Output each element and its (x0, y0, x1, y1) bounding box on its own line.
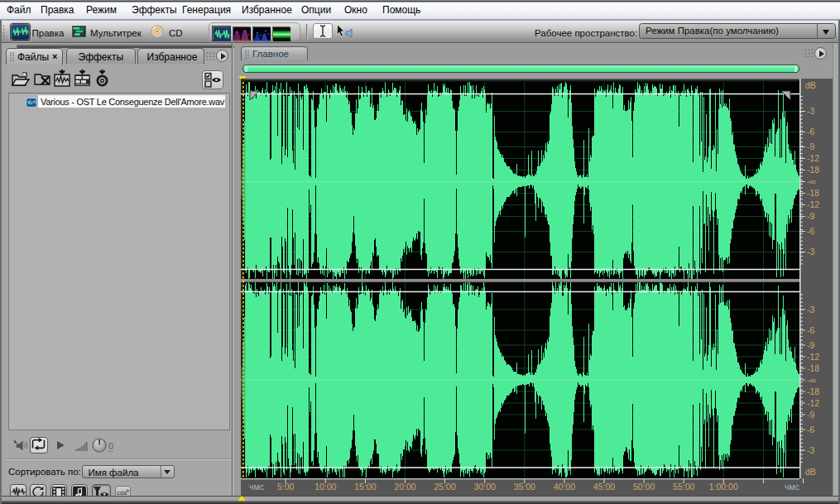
svg-text:-12: -12 (807, 352, 819, 362)
svg-text:-3: -3 (807, 305, 814, 314)
svg-text:20:00: 20:00 (394, 482, 415, 492)
svg-text:-6: -6 (807, 425, 814, 434)
svg-text:-9: -9 (807, 340, 814, 350)
svg-text:-∞: -∞ (807, 375, 816, 385)
svg-text:чмс: чмс (785, 482, 799, 492)
svg-text:dB: dB (805, 467, 816, 477)
svg-text:5:00: 5:00 (277, 482, 295, 492)
svg-text:55:00: 55:00 (673, 482, 694, 492)
svg-text:10:00: 10:00 (314, 482, 336, 492)
svg-text:-12: -12 (807, 199, 819, 209)
svg-text:-6: -6 (807, 226, 814, 236)
svg-text:-18: -18 (807, 386, 819, 396)
svg-text:-9: -9 (807, 410, 814, 420)
svg-text:-6: -6 (807, 325, 814, 335)
svg-text:-12: -12 (807, 398, 819, 408)
svg-text:40:00: 40:00 (554, 482, 575, 492)
svg-text:-9: -9 (807, 142, 814, 151)
svg-text:-3: -3 (807, 445, 814, 455)
svg-text:15:00: 15:00 (354, 482, 376, 492)
svg-text:50:00: 50:00 (633, 482, 655, 492)
svg-text:-18: -18 (807, 165, 819, 175)
svg-text:30:00: 30:00 (474, 482, 496, 492)
svg-text:-18: -18 (807, 188, 819, 198)
svg-text:45:00: 45:00 (593, 482, 615, 492)
svg-text:-18: -18 (807, 363, 819, 373)
svg-text:чмс: чмс (249, 482, 264, 492)
svg-text:-6: -6 (807, 127, 814, 137)
svg-text:-3: -3 (807, 106, 814, 116)
svg-text:25:00: 25:00 (434, 482, 455, 492)
svg-text:-9: -9 (807, 211, 814, 221)
svg-text:1:00:00: 1:00:00 (709, 482, 738, 492)
svg-text:-∞: -∞ (807, 176, 816, 186)
svg-text:-12: -12 (807, 153, 819, 163)
svg-text:35:00: 35:00 (514, 482, 535, 492)
svg-text:-3: -3 (807, 247, 814, 257)
svg-text:dB: dB (805, 80, 816, 90)
